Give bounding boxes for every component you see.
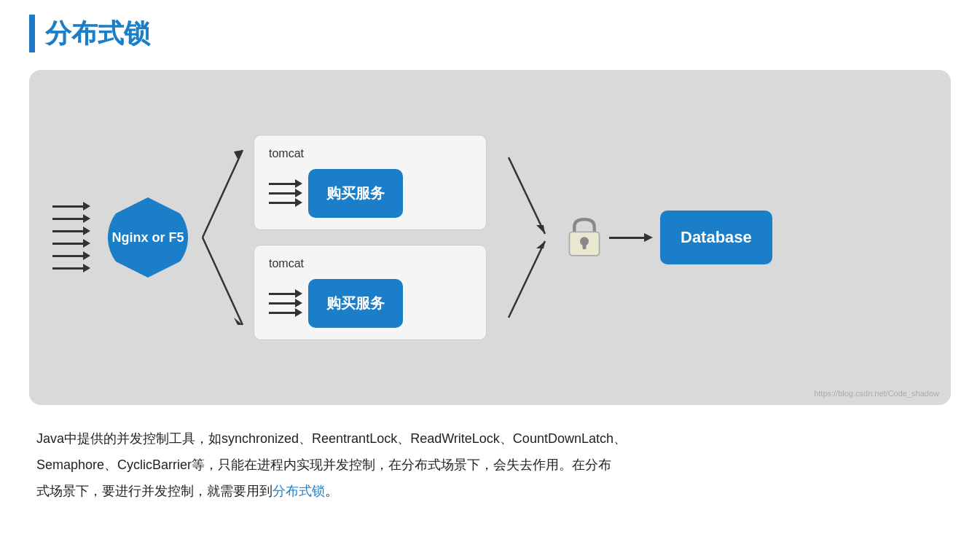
description-line3: 式场景下，要进行并发控制，就需要用到分布式锁。	[36, 478, 944, 504]
diagonal-arrows-svg-wrapper	[203, 114, 254, 361]
thread-line	[269, 202, 297, 204]
lock-svg	[562, 216, 606, 259]
service-box-1: 购买服务	[308, 169, 403, 218]
description-line1: Java中提供的并发控制工具，如synchronized、ReentrantLo…	[36, 425, 944, 452]
svg-line-0	[203, 150, 243, 237]
left-arrows-group	[52, 205, 85, 270]
svg-rect-10	[582, 243, 586, 250]
svg-marker-5	[536, 225, 545, 234]
tomcat-panel-2: tomcat 购买服务	[254, 245, 487, 340]
service-to-lock-svg	[509, 114, 560, 361]
arrow-line	[52, 243, 85, 245]
to-db-arrow	[609, 237, 646, 239]
description-section: Java中提供的并发控制工具，如synchronized、ReentrantLo…	[29, 425, 951, 504]
diagram-inner: Nginx or F5 tomcat	[52, 114, 928, 361]
title-accent-bar	[29, 15, 35, 52]
arrow-row	[52, 205, 85, 208]
arrow-line	[52, 205, 85, 208]
tomcat1-label: tomcat	[269, 147, 471, 160]
thread-line	[269, 302, 297, 305]
title-section: 分布式锁	[29, 15, 951, 52]
arrow-row	[52, 218, 85, 220]
tomcat2-label: tomcat	[269, 257, 471, 270]
thread-arrow	[269, 183, 297, 185]
svg-line-6	[509, 241, 545, 318]
svg-line-2	[203, 237, 243, 325]
thread-line	[269, 312, 297, 314]
lock-icon	[560, 213, 609, 262]
diagram-container: Nginx or F5 tomcat	[29, 70, 951, 405]
service-box-2: 购买服务	[308, 279, 403, 328]
diagonal-arrows-svg	[203, 114, 254, 361]
thread-arrows-1	[269, 183, 297, 204]
tomcat-panel-1: tomcat 购买服务	[254, 135, 487, 230]
svg-line-4	[509, 157, 545, 234]
thread-arrow	[269, 293, 297, 295]
tomcat-panels: tomcat 购买服务 tomcat	[254, 135, 487, 340]
arrow-row	[52, 230, 85, 232]
to-db-line	[609, 237, 646, 239]
arrow-line	[52, 267, 85, 270]
arrow-row	[52, 243, 85, 245]
arrow-line	[52, 255, 85, 257]
arrow-line	[52, 230, 85, 232]
thread-arrow	[269, 192, 297, 195]
tomcat2-inner: 购买服务	[269, 279, 471, 328]
description-line2: Semaphore、CyclicBarrier等，只能在进程内实现并发控制，在分…	[36, 452, 944, 478]
page-title: 分布式锁	[45, 16, 150, 52]
thread-line	[269, 192, 297, 195]
watermark: https://blog.csdn.net/Code_shadow	[814, 389, 939, 398]
database-box: Database	[660, 211, 772, 264]
nginx-box: Nginx or F5	[108, 197, 188, 278]
thread-line	[269, 183, 297, 185]
arrow-line	[52, 218, 85, 220]
arrow-row	[52, 255, 85, 257]
service-to-lock-svg-wrapper	[509, 114, 560, 361]
page-wrapper: 分布式锁 Nginx or F5	[29, 15, 951, 504]
thread-arrow	[269, 202, 297, 204]
highlight-text: 分布式锁	[273, 484, 325, 498]
thread-line	[269, 293, 297, 295]
thread-arrow	[269, 302, 297, 305]
arrow-row	[52, 267, 85, 270]
svg-marker-7	[536, 241, 545, 248]
tomcat1-inner: 购买服务	[269, 169, 471, 218]
thread-arrows-2	[269, 293, 297, 314]
thread-arrow	[269, 312, 297, 314]
